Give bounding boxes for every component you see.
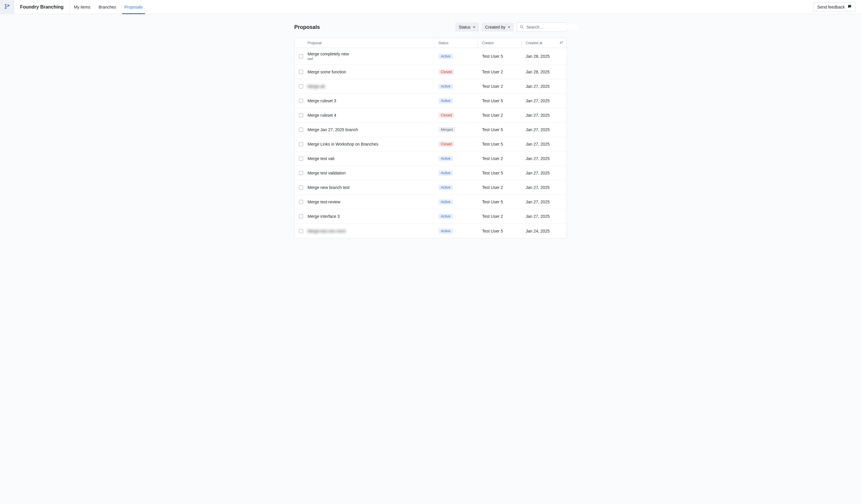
nav-tab-proposals[interactable]: Proposals (120, 0, 147, 14)
row-checkbox[interactable] (299, 99, 303, 103)
row-checkbox[interactable] (299, 156, 303, 160)
creator-cell: Test User 2 (478, 113, 522, 117)
status-cell: Closed (434, 113, 478, 118)
proposal-title: Merge test vali (308, 156, 334, 161)
proposal-title: Merge test validation (308, 171, 345, 176)
sort-descending-icon (559, 40, 563, 45)
proposal-cell: Merge test-review (308, 199, 434, 204)
row-checkbox-cell (295, 171, 308, 175)
created-at-cell: Jan 27, 2025 (522, 113, 566, 117)
creator-cell: Test User 5 (478, 199, 522, 204)
feedback-icon (847, 4, 852, 10)
creator-cell: Test User 2 (478, 156, 522, 161)
creator-cell: Test User 2 (478, 185, 522, 190)
proposal-cell: Merge completely newwef (308, 52, 434, 61)
row-checkbox[interactable] (299, 128, 303, 132)
table-row[interactable]: Merge some functionClosedTest User 2Jan … (295, 65, 566, 79)
proposal-subtitle: wef (308, 57, 349, 61)
created-at-cell: Jan 27, 2025 (522, 171, 566, 176)
filter-controls: Status Created by (455, 23, 567, 32)
table-row[interactable]: Merge ruleset 3ActiveTest User 5Jan 27, … (295, 94, 566, 108)
header-creator[interactable]: Creator (478, 38, 522, 48)
created-at-cell: Jan 27, 2025 (522, 185, 566, 190)
page-title: Proposals (294, 24, 320, 30)
creator-cell: Test User 2 (478, 70, 522, 74)
status-cell: Active (434, 185, 478, 190)
created-at-cell: Jan 24, 2025 (522, 229, 566, 234)
nav-tab-branches[interactable]: Branches (95, 0, 120, 14)
row-checkbox-cell (295, 229, 308, 233)
row-checkbox[interactable] (299, 113, 303, 117)
table-row[interactable]: Merge completely newwefActiveTest User 5… (295, 48, 566, 65)
row-checkbox[interactable] (299, 54, 303, 58)
nav-tab-my-items[interactable]: My items (70, 0, 95, 14)
created-at-cell: Jan 28, 2025 (522, 54, 566, 59)
status-badge: Active (438, 199, 453, 205)
branching-icon (4, 3, 10, 10)
search-box[interactable] (517, 23, 567, 32)
page-header-row: Proposals Status Created by (294, 23, 567, 32)
proposal-cell: Merge some function (308, 70, 434, 74)
row-checkbox[interactable] (299, 84, 303, 88)
status-badge: Active (438, 214, 453, 219)
table-row[interactable]: Merge ruleset 4ClosedTest User 2Jan 27, … (295, 108, 566, 123)
proposals-table: Proposal Status Creator Created at Merge… (294, 38, 567, 238)
creator-cell: Test User 5 (478, 229, 522, 234)
row-checkbox[interactable] (299, 171, 303, 175)
row-checkbox-cell (295, 54, 308, 58)
svg-line-7 (522, 27, 524, 28)
table-row[interactable]: Merge test one moreActiveTest User 5Jan … (295, 224, 566, 238)
status-filter-button[interactable]: Status (455, 23, 479, 31)
row-checkbox[interactable] (299, 200, 303, 204)
header-proposal[interactable]: Proposal (308, 38, 434, 48)
table-row[interactable]: Merge test validationActiveTest User 5Ja… (295, 166, 566, 180)
creator-cell: Test User 2 (478, 84, 522, 89)
table-row[interactable]: Merge test valiActiveTest User 2Jan 27, … (295, 152, 566, 166)
header-status[interactable]: Status (434, 38, 478, 48)
created-at-cell: Jan 27, 2025 (522, 84, 566, 89)
created-at-cell: Jan 27, 2025 (522, 98, 566, 103)
proposal-cell: Merge test validation (308, 171, 434, 176)
row-checkbox-cell (295, 128, 308, 132)
proposal-title: Merge ab (308, 84, 325, 89)
row-checkbox[interactable] (299, 142, 303, 146)
table-row[interactable]: Merge Jan 27, 2025 branchMergedTest User… (295, 123, 566, 137)
creator-cell: Test User 5 (478, 142, 522, 146)
status-cell: Active (434, 199, 478, 205)
app-logo-box[interactable] (0, 0, 14, 14)
proposal-cell: Merge new branch test (308, 185, 434, 190)
status-badge: Active (438, 156, 453, 161)
header-created-at[interactable]: Created at (522, 38, 566, 48)
send-feedback-button[interactable]: Send feedback (814, 2, 856, 12)
proposal-title: Merge ruleset 3 (308, 98, 336, 103)
row-checkbox-cell (295, 70, 308, 74)
row-checkbox-cell (295, 84, 308, 88)
search-input[interactable] (526, 25, 578, 29)
table-row[interactable]: Merge test-reviewActiveTest User 5Jan 27… (295, 195, 566, 209)
svg-rect-4 (849, 5, 849, 6)
table-row[interactable]: Merge abActiveTest User 2Jan 27, 2025 (295, 79, 566, 94)
header-created-at-label: Created at (526, 41, 542, 45)
table-row[interactable]: Merge interface 3ActiveTest User 2Jan 27… (295, 209, 566, 224)
row-checkbox[interactable] (299, 229, 303, 233)
created-by-filter-button[interactable]: Created by (482, 23, 514, 31)
status-badge: Merged (438, 127, 455, 132)
app-header: Foundry Branching My itemsBranchesPropos… (0, 0, 861, 14)
svg-rect-3 (849, 5, 849, 6)
creator-cell: Test User 5 (478, 127, 522, 132)
status-badge: Active (438, 98, 453, 103)
row-checkbox[interactable] (299, 214, 303, 219)
row-checkbox[interactable] (299, 185, 303, 190)
table-row[interactable]: Merge Links in Workshop on BranchesClose… (295, 137, 566, 152)
row-checkbox[interactable] (299, 70, 303, 74)
search-icon (520, 25, 524, 30)
proposal-cell: Merge ruleset 4 (308, 113, 434, 117)
row-checkbox-cell (295, 214, 308, 219)
row-checkbox-cell (295, 185, 308, 190)
status-badge: Closed (438, 69, 454, 74)
creator-cell: Test User 5 (478, 98, 522, 103)
proposal-cell: Merge interface 3 (308, 214, 434, 219)
row-checkbox-cell (295, 142, 308, 146)
creator-cell: Test User 2 (478, 214, 522, 219)
table-row[interactable]: Merge new branch testActiveTest User 2Ja… (295, 180, 566, 195)
